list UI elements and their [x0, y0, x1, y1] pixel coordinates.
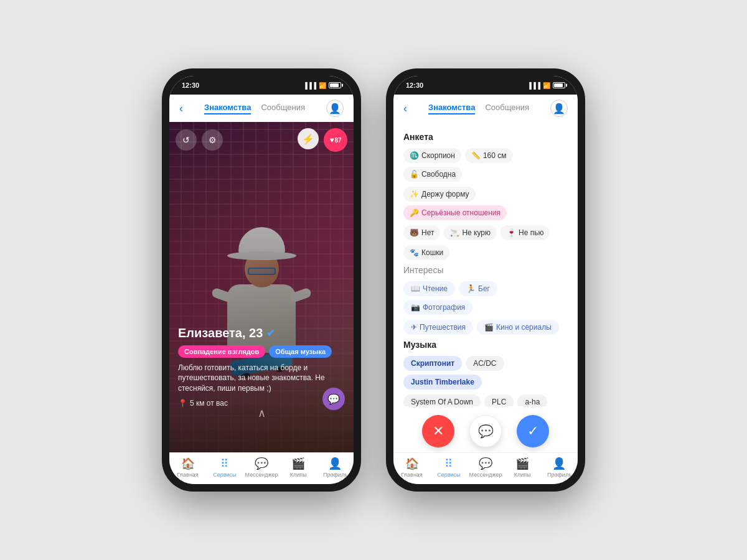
- anketa-chips-row4: 🐾 Кошки: [403, 245, 568, 260]
- signal-icon-1: ▐▐▐: [303, 82, 316, 89]
- bottom-nav-2: 🏠 Главная ⠿ Сервисы 💬 Мессенджер 🎬 Клипы…: [393, 452, 578, 484]
- chip-drinking[interactable]: 🍷 Не пью: [500, 225, 550, 240]
- status-icons-1: ▐▐▐ 📶: [303, 82, 341, 89]
- nav-profile-2[interactable]: 👤 Профиль: [541, 457, 578, 478]
- chip-reading[interactable]: 📖 Чтение: [403, 281, 455, 296]
- plc-label: PLC: [492, 398, 506, 406]
- zodiac-label: Скорпион: [421, 151, 455, 160]
- likes-button[interactable]: 87: [324, 128, 347, 152]
- tab-dating-1[interactable]: Знакомства: [204, 103, 251, 114]
- nav-clips-1[interactable]: 🎬 Клипы: [280, 457, 317, 478]
- swipe-hint: ∧: [258, 406, 266, 420]
- status-time-1: 12:30: [182, 82, 199, 89]
- clips-icon-2: 🎬: [515, 457, 529, 470]
- nav-messenger-2[interactable]: 💬 Мессенджер: [467, 457, 504, 478]
- music-title: Музыка: [403, 340, 568, 350]
- shape-label: Держу форму: [421, 190, 469, 198]
- dating-card[interactable]: ↺ ⚙ ⚡ 87 Елизавета, 23: [169, 122, 354, 452]
- avatar-2[interactable]: 👤: [550, 100, 568, 117]
- chip-zodiac[interactable]: ♏ Скорпион: [403, 148, 461, 163]
- smoking-label: Не курю: [462, 228, 491, 237]
- reject-icon: ✕: [433, 423, 444, 439]
- jt-label: Justin Timberlake: [411, 378, 474, 386]
- tab-messages-1[interactable]: Сообщения: [261, 103, 305, 114]
- tag-music: Общая музыка: [269, 345, 332, 358]
- likes-count: 87: [335, 137, 342, 144]
- chip-pets[interactable]: 🐾 Кошки: [403, 245, 449, 260]
- clips-icon-1: 🎬: [291, 457, 305, 470]
- chip-smoking[interactable]: 🚬 Не курю: [444, 225, 497, 240]
- scene: 12:30 ▐▐▐ 📶 ‹ Знакомства Сообщения 👤: [0, 0, 747, 560]
- card-controls: ↺ ⚙ ⚡ 87: [176, 128, 347, 152]
- card-name: Елизавета, 23 ✔: [178, 326, 345, 340]
- chip-shape[interactable]: ✨ Держу форму: [403, 187, 476, 202]
- chip-height[interactable]: 📏 160 см: [465, 148, 513, 163]
- cinema-label: Кино и сериалы: [496, 323, 552, 332]
- running-emoji: 🏃: [466, 284, 476, 293]
- chip-travel[interactable]: ✈ Путешествия: [403, 320, 473, 335]
- refresh-button[interactable]: ↺: [176, 129, 197, 151]
- anketa-chips-row: ♏ Скорпион 📏 160 см 🔓 Свободна: [403, 148, 568, 182]
- travel-label: Путешествия: [420, 323, 466, 332]
- right-controls: ⚡ 87: [298, 128, 347, 152]
- zodiac-emoji: ♏: [410, 151, 419, 160]
- services-icon-2: ⠿: [444, 457, 453, 470]
- anketa-chips-row3: 🐻 Нет 🚬 Не курю 🍷 Не пью: [403, 225, 568, 240]
- chip-skript[interactable]: Скриптонит: [403, 356, 462, 371]
- boost-button[interactable]: ⚡: [298, 128, 319, 149]
- chip-jt[interactable]: Justin Timberlake: [403, 375, 482, 390]
- chip-photo[interactable]: 📷 Фотография: [403, 300, 472, 315]
- acdc-label: AC/DC: [473, 359, 496, 368]
- back-button-2[interactable]: ‹: [403, 102, 407, 115]
- chip-aha[interactable]: a-ha: [517, 394, 547, 406]
- chip-children[interactable]: 🐻 Нет: [403, 225, 440, 240]
- nav-home-1[interactable]: 🏠 Главная: [169, 457, 206, 478]
- nav-home-2[interactable]: 🏠 Главная: [393, 457, 430, 478]
- accept-icon: ✓: [527, 423, 538, 439]
- chip-plc[interactable]: PLC: [484, 394, 514, 406]
- nav-services-1[interactable]: ⠿ Сервисы: [206, 457, 243, 478]
- shape-emoji: ✨: [410, 190, 419, 198]
- filter-button[interactable]: ⚙: [202, 129, 223, 151]
- reading-label: Чтение: [423, 284, 448, 293]
- nav-profile-1[interactable]: 👤 Профиль: [317, 457, 354, 478]
- status-icons-2: ▐▐▐ 📶: [527, 82, 565, 89]
- nav-tabs-2: Знакомства Сообщения: [428, 103, 529, 114]
- bottom-nav-1: 🏠 Главная ⠿ Сервисы 💬 Мессенджер 🎬 Клипы…: [169, 452, 354, 484]
- wifi-icon-2: 📶: [543, 82, 550, 89]
- avatar-1[interactable]: 👤: [326, 100, 344, 117]
- children-label: Нет: [421, 228, 434, 237]
- pets-label: Кошки: [421, 248, 443, 257]
- tab-dating-2[interactable]: Знакомства: [428, 103, 475, 114]
- chip-soad[interactable]: System Of A Down: [403, 394, 481, 406]
- chip-status[interactable]: 🔓 Свободна: [403, 167, 462, 182]
- profile-icon-2: 👤: [552, 457, 566, 470]
- nav-tabs-1: Знакомства Сообщения: [204, 103, 305, 114]
- profile-chat-button[interactable]: 💬: [469, 415, 502, 447]
- chip-goals[interactable]: 🔑 Серьёзные отношения: [403, 205, 507, 220]
- drinking-label: Не пью: [519, 228, 543, 237]
- height-label: 160 см: [483, 151, 507, 160]
- home-icon-1: 🏠: [181, 457, 195, 470]
- accept-button[interactable]: ✓: [517, 415, 549, 447]
- chip-acdc[interactable]: AC/DC: [466, 356, 504, 371]
- card-chat-button[interactable]: 💬: [322, 388, 345, 410]
- battery-icon-1: [329, 82, 341, 88]
- profile-icon-1: 👤: [328, 457, 342, 470]
- wifi-icon-1: 📶: [319, 82, 326, 89]
- chip-cinema[interactable]: 🎬 Кино и сериалы: [477, 320, 559, 335]
- status-time-2: 12:30: [406, 82, 423, 89]
- nav-clips-2[interactable]: 🎬 Клипы: [504, 457, 541, 478]
- back-button-1[interactable]: ‹: [179, 102, 183, 115]
- goals-label: Серьёзные отношения: [421, 208, 500, 217]
- profile-scroll[interactable]: Анкета ♏ Скорпион 📏 160 см 🔓 Свободна: [393, 122, 578, 406]
- nav-services-2[interactable]: ⠿ Сервисы: [430, 457, 467, 478]
- reject-button[interactable]: ✕: [422, 415, 454, 447]
- skript-label: Скриптонит: [411, 359, 454, 368]
- tab-messages-2[interactable]: Сообщения: [485, 103, 529, 114]
- messenger-icon-2: 💬: [479, 457, 492, 470]
- nav-messenger-1[interactable]: 💬 Мессенджер: [243, 457, 280, 478]
- chip-running[interactable]: 🏃 Бег: [459, 281, 497, 296]
- running-label: Бег: [478, 284, 490, 293]
- status-bar-1: 12:30 ▐▐▐ 📶: [169, 76, 354, 95]
